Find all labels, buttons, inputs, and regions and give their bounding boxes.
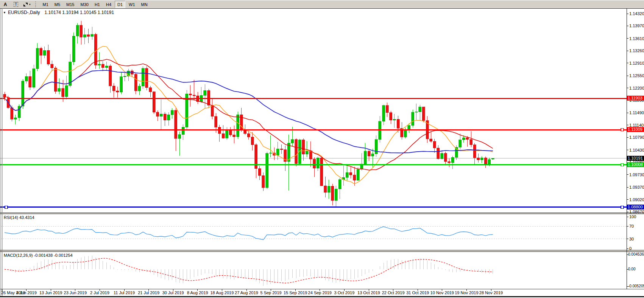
rsi-tick-label: 0	[629, 246, 632, 251]
candle-body	[200, 95, 203, 102]
timeframe-button-d1[interactable]: D1	[115, 1, 125, 8]
timeframe-button-m30[interactable]: M30	[78, 1, 91, 8]
candle-body	[116, 91, 119, 92]
candle-body	[276, 149, 279, 155]
current-price-badge: 1.10191	[627, 156, 644, 161]
chart-title: ▼ EURUSD-,Daily 1.10174 1.10194 1.10145 …	[3, 10, 114, 15]
hline-handle[interactable]	[5, 206, 8, 208]
candle-body	[327, 186, 330, 192]
candle-body	[123, 76, 126, 77]
candle-body	[29, 76, 31, 87]
candle-body	[306, 151, 308, 154]
candle-body	[175, 110, 177, 138]
candle-body	[430, 139, 432, 141]
candle-body	[284, 150, 287, 162]
panel-splitter[interactable]	[0, 213, 644, 214]
timeframe-button-m15[interactable]: M15	[64, 1, 77, 8]
rsi-label: RSI(14) 43.4314	[4, 215, 34, 220]
hline-handle[interactable]	[621, 163, 624, 166]
symbol-dropdown-icon[interactable]: ▼	[3, 11, 6, 14]
price-tick-label: 1.09730	[629, 172, 644, 177]
candle-body	[244, 130, 246, 133]
candle-body	[80, 25, 83, 37]
candle-body	[25, 76, 28, 81]
resistance-upper-badge: 1.11903	[627, 96, 644, 101]
text-tool-icon: T	[14, 2, 18, 7]
timeframe-button-mn[interactable]: MN	[139, 1, 150, 8]
candle-body	[211, 105, 214, 116]
date-label: 8 Aug 2019	[187, 290, 208, 295]
candle-body	[164, 114, 166, 120]
candle-body	[353, 175, 356, 180]
candle-body	[51, 64, 53, 68]
candle-body	[444, 153, 447, 161]
date-label: 13 Oct 2019	[357, 290, 380, 295]
candle-body	[448, 161, 451, 163]
candle-body	[215, 116, 217, 127]
price-tick-label: 1.13260	[629, 48, 644, 53]
candle-body	[156, 112, 159, 116]
candle-body	[390, 113, 392, 120]
price-tick-label: 1.09370	[629, 185, 644, 189]
candle-body	[72, 36, 75, 62]
support-blue-badge: 1.08800	[627, 205, 644, 210]
terminal-window: A T ▾ M1M5M15M30H1H4D1W1MN ▼ EURUSD-,Dai…	[0, 0, 644, 298]
ma-line-10	[5, 46, 493, 184]
candle-body	[433, 141, 436, 148]
timeframe-button-w1[interactable]: W1	[126, 1, 138, 8]
candle-body	[240, 115, 243, 130]
letter-a-icon: A	[4, 2, 7, 7]
candle-body	[371, 154, 374, 156]
date-label: 15 Sep 2019	[284, 290, 307, 295]
ma-line-50	[5, 70, 493, 153]
timeframe-button-h1[interactable]: H1	[92, 1, 103, 8]
candle-body	[54, 68, 57, 92]
date-label: 4 Jun 2019	[16, 290, 36, 295]
toolbar-grip[interactable]	[35, 2, 37, 7]
rsi-tick-label: 70	[629, 224, 634, 228]
date-label: 23 Jun 2019	[64, 290, 87, 295]
candle-body	[233, 135, 235, 137]
candle-body	[229, 130, 232, 135]
panel-splitter[interactable]	[0, 250, 644, 251]
candle-body	[62, 88, 64, 97]
candle-body	[18, 106, 20, 118]
hline-handle[interactable]	[621, 206, 624, 208]
candle-body	[309, 151, 312, 159]
timeframe-button-h4[interactable]: H4	[103, 1, 114, 8]
timeframe-button-m1[interactable]: M1	[40, 1, 51, 8]
candle-body	[131, 71, 133, 74]
timeframe-button-m5[interactable]: M5	[52, 1, 63, 8]
hline-handle[interactable]	[5, 97, 8, 100]
date-label: 21 Jul 2019	[138, 290, 159, 295]
text-tool-button[interactable]: T	[11, 1, 21, 8]
arrow-style-tool-button[interactable]: A	[0, 1, 10, 8]
symbol-label: EURUSD-,Daily	[8, 10, 40, 15]
candle-body	[22, 81, 24, 106]
hline-handle[interactable]	[621, 129, 624, 131]
date-label: 13 Jun 2019	[39, 290, 62, 295]
arrows-tool-button[interactable]: ▾	[22, 1, 32, 8]
date-label: 24 Sep 2019	[308, 290, 332, 295]
candle-body	[258, 169, 261, 176]
candle-body	[455, 147, 458, 157]
candle-body	[43, 50, 46, 55]
candle-body	[251, 137, 254, 144]
candle-body	[364, 151, 366, 164]
candle-body	[437, 148, 440, 159]
candle-body	[186, 94, 188, 127]
price-tick-label: 1.12550	[629, 73, 644, 78]
candle-body	[302, 140, 305, 154]
candle-body	[491, 158, 494, 159]
candle-body	[14, 118, 17, 119]
candle-body	[422, 107, 425, 121]
candle-body	[138, 86, 141, 91]
candle-body	[269, 153, 272, 153]
candle-body	[287, 143, 290, 161]
candle-body	[171, 110, 173, 115]
candle-body	[76, 25, 79, 36]
candle-body	[280, 149, 283, 150]
candle-body	[222, 133, 225, 138]
candle-body	[149, 88, 152, 92]
candle-body	[237, 115, 239, 137]
